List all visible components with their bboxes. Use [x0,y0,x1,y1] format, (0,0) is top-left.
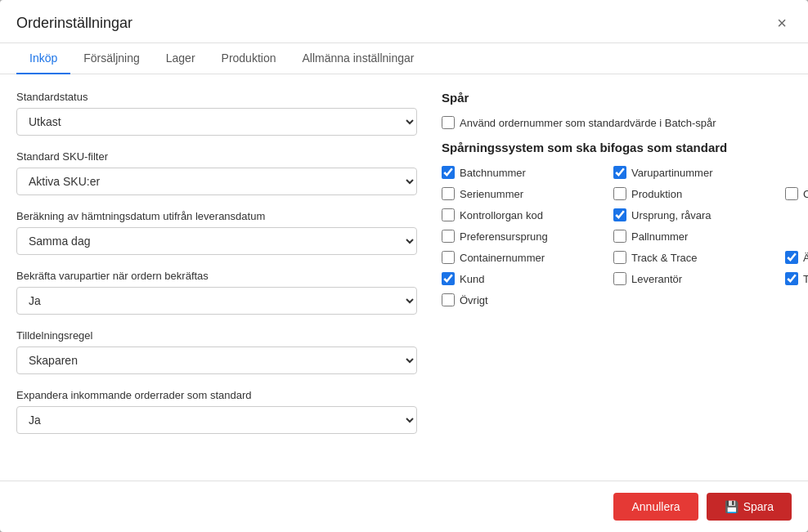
bekrafta-select[interactable]: Ja [16,287,417,315]
checkbox-item-agare: Ägare [785,251,808,264]
varupartinummer-label: Varupartinummer [631,167,712,179]
checkbox-item-certifikat: Certifikat [785,187,808,200]
tilldelning-label: Tilldelningsregel [16,329,417,342]
produktion-checkbox[interactable] [613,187,626,200]
berakning-label: Beräkning av hämtningsdatum utifrån leve… [16,210,417,222]
modal-body: Standardstatus Utkast Standard SKU-filte… [0,74,808,481]
modal-footer: Annullera 💾 Spara [0,481,808,532]
checkbox-item-preferensursprung: Preferensursprung [442,230,589,243]
tab-inkop[interactable]: Inköp [16,43,70,74]
checkbox-row-6: Kund Leverantör Tillgänglighetsdatum, Rå… [442,272,808,285]
checkbox-row-4: Preferensursprung Pallnummer [442,230,808,243]
checkbox-item-tillganglighetsdatum: Tillgänglighetsdatum, Råvara [785,272,808,285]
bekrafta-group: Bekräfta varupartier när ordern bekräfta… [16,270,417,315]
checkbox-item-leverantor: Leverantör [613,272,761,285]
cancel-button[interactable]: Annullera [613,493,698,521]
certifikat-checkbox[interactable] [785,187,798,200]
expandera-label: Expandera inkommande orderrader som stan… [16,389,417,401]
track-trace-label: Track & Trace [631,252,697,264]
leverantor-label: Leverantör [631,273,682,285]
kund-checkbox[interactable] [442,272,455,285]
containernummer-checkbox[interactable] [442,251,455,264]
berakning-select[interactable]: Samma dag [16,227,417,255]
ovrigt-checkbox[interactable] [442,293,455,306]
sku-filter-group: Standard SKU-filter Aktiva SKU:er [16,150,417,195]
batch-checkbox-group: Använd ordernummer som standardvärde i B… [442,116,808,129]
kontrollorgan-label: Kontrollorgan kod [460,209,543,221]
serienummer-checkbox[interactable] [442,187,455,200]
ursprung-label: Ursprung, råvara [631,209,711,221]
left-panel: Standardstatus Utkast Standard SKU-filte… [16,91,417,464]
modal-dialog: Orderinställningar × Inköp Försäljning L… [0,0,808,532]
berakning-group: Beräkning av hämtningsdatum utifrån leve… [16,210,417,255]
tilldelning-select[interactable]: Skaparen [16,346,417,374]
checkbox-item-ursprung: Ursprung, råvara [613,208,761,221]
save-button[interactable]: 💾 Spara [707,493,792,521]
agare-checkbox[interactable] [785,251,798,264]
standardstatus-group: Standardstatus Utkast [16,91,417,136]
produktion-label: Produktion [631,188,682,200]
save-icon: 💾 [725,500,738,513]
checkbox-row-7: Övrigt [442,293,808,306]
tillganglighetsdatum-checkbox[interactable] [785,272,798,285]
sku-filter-select[interactable]: Aktiva SKU:er [16,168,417,195]
ovrigt-label: Övrigt [460,294,488,306]
modal-header: Orderinställningar × [0,0,808,43]
checkbox-row-2: Serienummer Produktion Certifikat [442,187,808,200]
tab-lager[interactable]: Lager [153,43,209,74]
checkbox-row-3: Kontrollorgan kod Ursprung, råvara [442,208,808,221]
tilldelning-group: Tilldelningsregel Skaparen [16,329,417,374]
ursprung-checkbox[interactable] [613,208,626,221]
checkbox-item-containernummer: Containernummer [442,251,589,264]
sparsystem-title: Spårningssystem som ska bifogas som stan… [442,141,808,154]
serienummer-label: Serienummer [460,188,523,200]
checkbox-row-1: Batchnummer Varupartinummer [442,166,808,179]
leverantor-checkbox[interactable] [613,272,626,285]
batch-track-label: Använd ordernummer som standardvärde i B… [460,117,716,129]
tab-allman[interactable]: Allmänna inställningar [289,43,427,74]
tillganglighetsdatum-label: Tillgänglighetsdatum, Råvara [803,273,808,285]
modal-title: Orderinställningar [16,15,132,32]
pallnummer-label: Pallnummer [631,230,688,243]
checkbox-item-batchnummer: Batchnummer [442,166,589,179]
checkbox-row-5: Containernummer Track & Trace Ägare [442,251,808,264]
preferensursprung-checkbox[interactable] [442,230,455,243]
close-button[interactable]: × [772,13,792,33]
checkboxes-section: Batchnummer Varupartinummer Serienummer [442,166,808,306]
containernummer-label: Containernummer [460,252,545,264]
pallnummer-checkbox[interactable] [613,230,626,243]
tab-forsaljning[interactable]: Försäljning [70,43,152,74]
spar-title: Spår [442,91,808,105]
checkbox-item-track-trace: Track & Trace [613,251,761,264]
modal-overlay: Orderinställningar × Inköp Försäljning L… [0,0,808,532]
certifikat-label: Certifikat [803,188,808,200]
bekrafta-label: Bekräfta varupartier när ordern bekräfta… [16,270,417,282]
checkbox-item-varupartinummer: Varupartinummer [613,166,761,179]
right-panel: Spår Använd ordernummer som standardvärd… [442,91,808,464]
standardstatus-select[interactable]: Utkast [16,108,417,136]
save-label: Spara [743,500,774,513]
checkbox-item-kund: Kund [442,272,589,285]
batchnummer-label: Batchnummer [460,167,526,179]
batch-track-checkbox[interactable] [442,116,455,129]
agare-label: Ägare [803,252,808,264]
kontrollorgan-checkbox[interactable] [442,208,455,221]
tab-produktion[interactable]: Produktion [209,43,290,74]
expandera-select[interactable]: Ja [16,406,417,434]
sku-filter-label: Standard SKU-filter [16,150,417,163]
track-trace-checkbox[interactable] [613,251,626,264]
preferensursprung-label: Preferensursprung [460,230,548,243]
kund-label: Kund [460,273,484,285]
checkbox-item-serienummer: Serienummer [442,187,589,200]
expandera-group: Expandera inkommande orderrader som stan… [16,389,417,434]
checkbox-item-ovrigt: Övrigt [442,293,589,306]
standardstatus-label: Standardstatus [16,91,417,103]
batchnummer-checkbox[interactable] [442,166,455,179]
tabs-bar: Inköp Försäljning Lager Produktion Allmä… [0,43,808,74]
varupartinummer-checkbox[interactable] [613,166,626,179]
checkbox-item-produktion: Produktion [613,187,761,200]
checkbox-item-kontrollorgan: Kontrollorgan kod [442,208,589,221]
checkbox-item-pallnummer: Pallnummer [613,230,761,243]
